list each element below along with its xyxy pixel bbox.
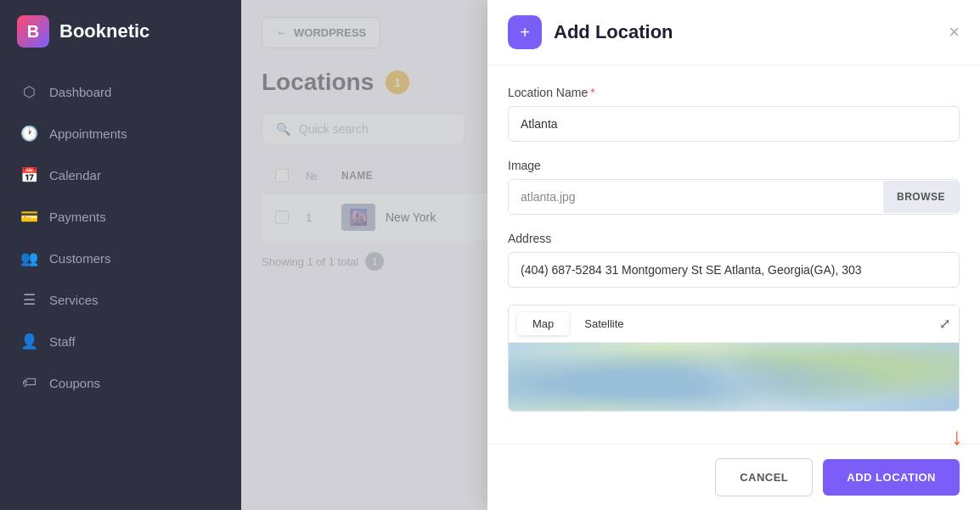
sidebar-item-services[interactable]: ☰ Services	[0, 279, 241, 321]
modal-overlay: + Add Location × Location Name* Image	[241, 0, 980, 510]
services-icon: ☰	[20, 291, 37, 309]
modal-panel: + Add Location × Location Name* Image	[487, 0, 980, 510]
sidebar-item-calendar[interactable]: 📅 Calendar	[0, 154, 241, 196]
location-name-group: Location Name*	[508, 86, 960, 142]
appointments-icon: 🕐	[20, 125, 37, 143]
sidebar-item-customers[interactable]: 👥 Customers	[0, 238, 241, 279]
map-expand-icon[interactable]: ⤢	[939, 316, 950, 332]
sidebar-item-coupons[interactable]: 🏷 Coupons	[0, 362, 241, 403]
sidebar-item-label: Coupons	[49, 376, 100, 390]
sidebar-item-staff[interactable]: 👤 Staff	[0, 321, 241, 362]
sidebar-item-label: Staff	[49, 334, 76, 349]
sidebar-item-payments[interactable]: 💳 Payments	[0, 196, 241, 238]
sidebar-item-label: Appointments	[49, 126, 127, 141]
image-label: Image	[508, 159, 960, 172]
sidebar-item-label: Dashboard	[49, 85, 111, 99]
sidebar-item-appointments[interactable]: 🕐 Appointments	[0, 113, 241, 154]
modal-title: Add Location	[554, 21, 937, 43]
dashboard-icon: ⬡	[20, 83, 37, 101]
modal-add-icon: +	[508, 15, 542, 49]
browse-button[interactable]: BROWSE	[883, 181, 959, 213]
address-label: Address	[508, 232, 960, 245]
sidebar-nav: ⬡ Dashboard 🕐 Appointments 📅 Calendar 💳 …	[0, 63, 241, 412]
payments-icon: 💳	[20, 208, 37, 226]
location-name-label: Location Name*	[508, 86, 960, 99]
sidebar-item-label: Customers	[49, 251, 111, 266]
main-content: ← WORDPRESS Locations 1 🔍 Quick search №…	[241, 0, 980, 510]
image-input[interactable]	[509, 180, 883, 214]
add-location-button[interactable]: ADD LOCATION	[823, 459, 960, 496]
modal-footer: CANCEL ADD LOCATION	[487, 444, 980, 510]
location-name-input[interactable]	[508, 106, 960, 142]
customers-icon: 👥	[20, 249, 37, 267]
sidebar: B Booknetic ⬡ Dashboard 🕐 Appointments 📅…	[0, 0, 241, 510]
staff-icon: 👤	[20, 333, 37, 350]
image-input-row: BROWSE	[508, 179, 960, 215]
address-input[interactable]	[508, 252, 960, 288]
modal-close-button[interactable]: ×	[949, 23, 960, 42]
address-group: Address	[508, 232, 960, 288]
sidebar-item-label: Services	[49, 293, 99, 307]
image-group: Image BROWSE	[508, 159, 960, 215]
calendar-icon: 📅	[20, 166, 37, 184]
map-tabs: Map Satellite ⤢	[509, 305, 959, 343]
coupons-icon: 🏷	[20, 374, 37, 391]
map-container: Map Satellite ⤢	[508, 305, 960, 412]
logo-icon: B	[17, 15, 49, 48]
sidebar-logo: B Booknetic	[0, 0, 241, 63]
modal-header: + Add Location ×	[487, 0, 980, 65]
modal-body: Location Name* Image BROWSE Address	[487, 65, 980, 444]
sidebar-item-label: Payments	[49, 210, 106, 224]
map-visual	[509, 343, 959, 411]
map-tab-map[interactable]: Map	[517, 312, 569, 335]
sidebar-item-dashboard[interactable]: ⬡ Dashboard	[0, 71, 241, 113]
map-tab-satellite[interactable]: Satellite	[569, 312, 639, 335]
cancel-button[interactable]: CANCEL	[715, 458, 813, 496]
sidebar-item-label: Calendar	[49, 168, 101, 182]
logo-text: Booknetic	[59, 20, 149, 42]
